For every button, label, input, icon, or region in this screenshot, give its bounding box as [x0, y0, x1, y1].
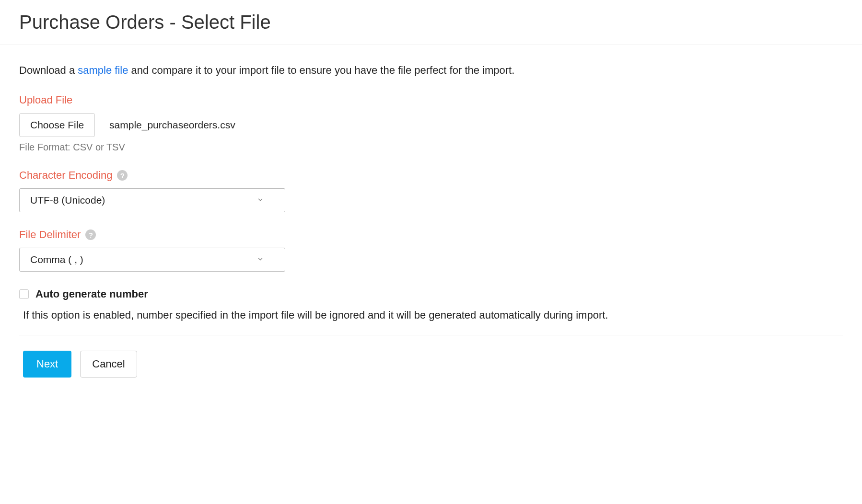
character-encoding-select-wrapper: UTF-8 (Unicode) [19, 188, 285, 212]
auto-generate-row: Auto generate number [19, 288, 843, 300]
page-header: Purchase Orders - Select File [0, 0, 862, 45]
page-title: Purchase Orders - Select File [19, 11, 843, 33]
help-icon[interactable]: ? [85, 229, 96, 240]
chevron-down-icon [257, 256, 264, 264]
file-delimiter-value: Comma ( , ) [30, 254, 83, 265]
auto-generate-checkbox[interactable] [19, 289, 29, 299]
character-encoding-label: Character Encoding ? [19, 169, 843, 182]
upload-file-label: Upload File [19, 94, 843, 106]
page-container: Purchase Orders - Select File Download a… [0, 0, 862, 387]
action-buttons: Next Cancel [19, 351, 843, 378]
auto-generate-label: Auto generate number [35, 288, 148, 300]
upload-file-label-text: Upload File [19, 94, 72, 106]
file-delimiter-select-wrapper: Comma ( , ) [19, 248, 285, 272]
upload-row: Choose File sample_purchaseorders.csv [19, 113, 843, 137]
character-encoding-label-text: Character Encoding [19, 169, 112, 182]
character-encoding-select[interactable]: UTF-8 (Unicode) [19, 188, 285, 212]
file-delimiter-select[interactable]: Comma ( , ) [19, 248, 285, 272]
next-button[interactable]: Next [23, 351, 71, 378]
file-delimiter-label-text: File Delimiter [19, 229, 81, 241]
file-format-hint: File Format: CSV or TSV [19, 142, 843, 153]
character-encoding-value: UTF-8 (Unicode) [30, 195, 105, 206]
intro-prefix: Download a [19, 64, 78, 76]
help-icon[interactable]: ? [117, 170, 128, 181]
intro-suffix: and compare it to your import file to en… [128, 64, 514, 76]
chevron-down-icon [257, 196, 264, 205]
intro-text: Download a sample file and compare it to… [19, 64, 843, 77]
divider [19, 335, 843, 335]
selected-filename: sample_purchaseorders.csv [109, 119, 235, 131]
cancel-button[interactable]: Cancel [80, 351, 137, 378]
file-delimiter-label: File Delimiter ? [19, 229, 843, 241]
page-content: Download a sample file and compare it to… [0, 45, 862, 387]
choose-file-button[interactable]: Choose File [19, 113, 95, 137]
sample-file-link[interactable]: sample file [78, 64, 128, 76]
auto-generate-description: If this option is enabled, number specif… [23, 309, 843, 321]
